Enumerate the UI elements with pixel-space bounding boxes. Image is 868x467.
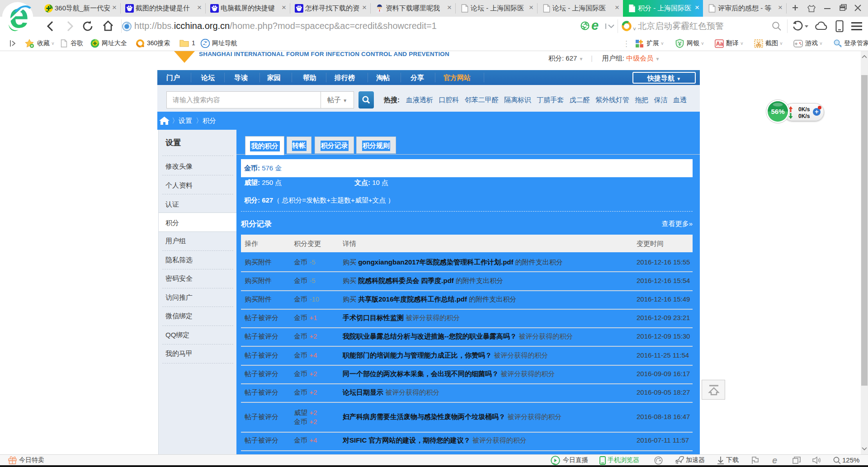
- svg-text:56%: 56%: [771, 108, 784, 115]
- svg-text:Aa: Aa: [716, 41, 723, 47]
